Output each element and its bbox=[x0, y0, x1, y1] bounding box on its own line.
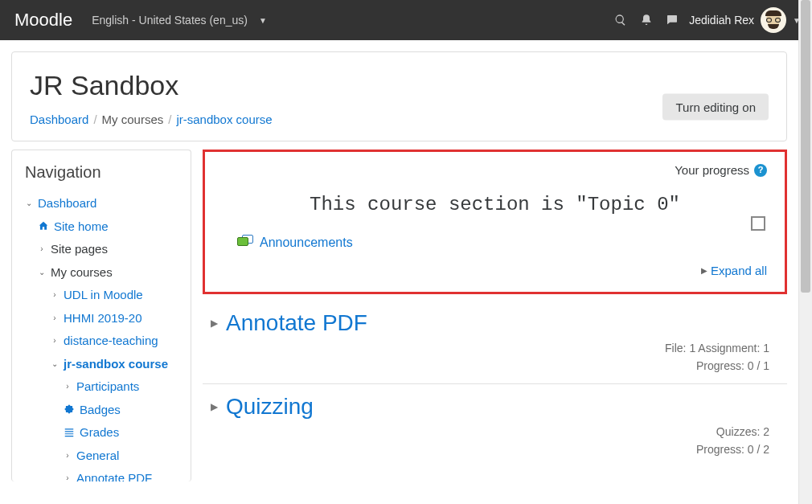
search-icon[interactable] bbox=[610, 10, 631, 31]
brand-link[interactable]: Moodle bbox=[14, 10, 72, 31]
user-name: Jedidiah Rex bbox=[689, 14, 754, 27]
bell-icon[interactable] bbox=[636, 10, 657, 31]
user-menu[interactable]: Jedidiah Rex ▼ bbox=[689, 7, 801, 33]
scrollbar-thumb[interactable] bbox=[801, 0, 810, 40]
caret-down-icon: ▼ bbox=[259, 16, 267, 25]
avatar bbox=[761, 7, 786, 33]
language-label: English - United States (en_us) bbox=[92, 14, 248, 27]
chat-icon[interactable] bbox=[662, 10, 683, 31]
topnav: Moodle English - United States (en_us) ▼… bbox=[0, 0, 812, 40]
page-scrollbar[interactable] bbox=[798, 0, 812, 40]
language-selector[interactable]: English - United States (en_us) ▼ bbox=[92, 14, 267, 27]
